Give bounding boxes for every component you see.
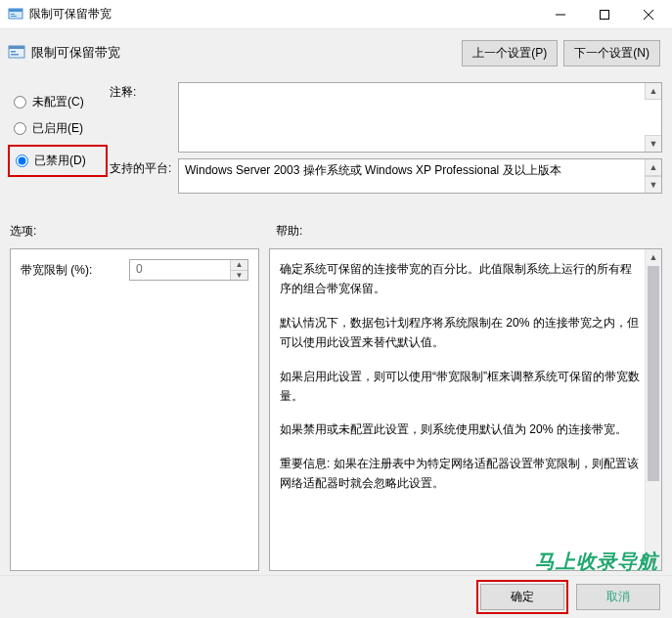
options-pane: 带宽限制 (%): 0 ▲ ▼ [10, 248, 259, 571]
platforms-label: 支持的平台: [110, 158, 178, 177]
spinner-buttons: ▲ ▼ [230, 260, 247, 280]
platforms-scroll-up[interactable]: ▲ [645, 159, 661, 176]
page-title: 限制可保留带宽 [31, 44, 456, 62]
svg-rect-6 [9, 46, 24, 49]
comment-row: 注释: ▲ ▼ [110, 82, 662, 153]
svg-rect-7 [11, 51, 16, 53]
radio-enabled-input[interactable] [14, 122, 26, 135]
app-icon [8, 7, 23, 22]
bandwidth-spinner[interactable]: 0 ▲ ▼ [129, 259, 248, 281]
minimize-button[interactable] [538, 0, 582, 29]
highlight-ok: 确定 [476, 580, 568, 614]
help-paragraph: 确定系统可保留的连接带宽的百分比。此值限制系统上运行的所有程序的组合带宽保留。 [280, 259, 640, 299]
help-section-label: 帮助: [264, 223, 662, 244]
content-area: 未配置(C) 已启用(E) 已禁用(D) 注释: ▲ ▼ [0, 76, 672, 575]
scroll-up-icon[interactable]: ▲ [646, 249, 661, 266]
svg-rect-2 [11, 14, 15, 15]
radio-enabled-label: 已启用(E) [32, 120, 83, 137]
help-paragraph: 如果启用此设置，则可以使用“带宽限制”框来调整系统可保留的带宽数量。 [280, 367, 640, 407]
window-title: 限制可保留带宽 [29, 6, 538, 22]
platforms-value: Windows Server 2003 操作系统或 Windows XP Pro… [185, 163, 561, 177]
help-scrollbar[interactable]: ▲ ▼ [645, 249, 661, 570]
comment-scroll-down[interactable]: ▼ [645, 135, 661, 152]
bandwidth-row: 带宽限制 (%): 0 ▲ ▼ [21, 259, 248, 281]
platforms-row: 支持的平台: Windows Server 2003 操作系统或 Windows… [110, 158, 662, 194]
help-paragraph: 如果禁用或未配置此设置，则系统使用默认值为 20% 的连接带宽。 [280, 419, 640, 439]
radio-disabled-label: 已禁用(D) [34, 153, 86, 169]
maximize-button[interactable] [582, 0, 626, 29]
next-setting-button[interactable]: 下一个设置(N) [563, 40, 660, 66]
ok-button[interactable]: 确定 [480, 584, 564, 610]
radio-not-configured[interactable]: 未配置(C) [10, 92, 108, 112]
meta-column: 注释: ▲ ▼ 支持的平台: Windows Server 2003 操作系统或… [110, 82, 662, 203]
titlebar: 限制可保留带宽 [0, 0, 672, 29]
comment-scroll-up[interactable]: ▲ [645, 83, 661, 100]
comment-textarea[interactable]: ▲ ▼ [178, 82, 662, 153]
state-radio-group: 未配置(C) 已启用(E) 已禁用(D) [10, 86, 108, 177]
scroll-down-icon[interactable]: ▼ [646, 553, 661, 570]
spinner-down-icon[interactable]: ▼ [231, 271, 247, 281]
prev-setting-button[interactable]: 上一个设置(P) [462, 40, 558, 66]
cancel-button[interactable]: 取消 [576, 584, 660, 610]
help-paragraph: 重要信息: 如果在注册表中为特定网络适配器设置带宽限制，则配置该网络适配器时就会… [280, 454, 640, 494]
platforms-box: Windows Server 2003 操作系统或 Windows XP Pro… [178, 158, 662, 194]
help-pane: 确定系统可保留的连接带宽的百分比。此值限制系统上运行的所有程序的组合带宽保留。 … [269, 248, 662, 571]
scroll-thumb[interactable] [648, 266, 659, 481]
bandwidth-value[interactable]: 0 [130, 260, 230, 280]
svg-rect-1 [9, 9, 22, 12]
lower-section: 带宽限制 (%): 0 ▲ ▼ 确定系统可保留的连接带宽的百分比。此值限制系统上… [10, 248, 662, 571]
platforms-scroll-down[interactable]: ▼ [645, 176, 661, 193]
close-button[interactable] [626, 0, 670, 29]
help-paragraph: 默认情况下，数据包计划程序将系统限制在 20% 的连接带宽之内，但可以使用此设置… [280, 313, 640, 353]
svg-rect-8 [11, 54, 19, 56]
options-section-label: 选项: [10, 223, 264, 244]
footer: 确定 取消 [0, 575, 672, 618]
radio-disabled-input[interactable] [16, 154, 28, 167]
highlight-disabled: 已禁用(D) [8, 145, 108, 177]
bandwidth-label: 带宽限制 (%): [21, 262, 129, 279]
radio-disabled[interactable]: 已禁用(D) [12, 151, 100, 171]
header-row: 限制可保留带宽 上一个设置(P) 下一个设置(N) [0, 29, 672, 76]
radio-enabled[interactable]: 已启用(E) [10, 118, 108, 139]
svg-rect-4 [600, 10, 608, 19]
svg-rect-3 [11, 16, 17, 17]
policy-icon [8, 44, 25, 62]
spinner-up-icon[interactable]: ▲ [231, 260, 247, 271]
radio-not-configured-input[interactable] [14, 96, 26, 109]
comment-label: 注释: [110, 82, 178, 101]
radio-not-configured-label: 未配置(C) [32, 94, 84, 110]
section-labels-row: 选项: 帮助: [10, 223, 662, 244]
upper-section: 未配置(C) 已启用(E) 已禁用(D) 注释: ▲ ▼ [10, 76, 662, 203]
